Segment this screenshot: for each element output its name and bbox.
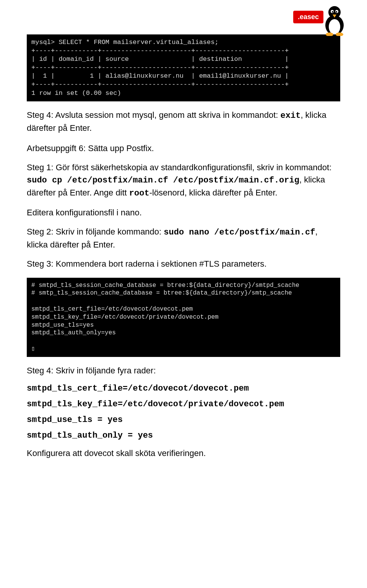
config-line-cert: smtpd_tls_cert_file=/etc/dovecot/dovecot… [27, 384, 340, 393]
terminal-line: 1 row in set (0.00 sec) [31, 90, 121, 97]
terminal-line: smtpd_tls_key_file=/etc/dovecot/private/… [31, 314, 219, 321]
arbetsuppgift-heading: Arbetsuppgift 6: Sätta upp Postfix. [27, 142, 340, 155]
config-line-authonly: smtpd_tls_auth_only = yes [27, 431, 340, 440]
terminal-line: # smtp_tls_session_cache_database = btre… [31, 290, 292, 296]
text: Steg 1: Gör först säkerhetskopia av stan… [27, 163, 331, 172]
terminal-line: +----+-----------+----------------------… [31, 64, 289, 71]
svg-point-1 [329, 19, 340, 34]
terminal-line: # smtpd_tls_session_cache_database = btr… [31, 282, 299, 289]
terminal-line: +----+-----------+----------------------… [31, 47, 289, 54]
step4-rows-paragraph: Steg 4: Skriv in följande fyra rader: [27, 365, 340, 377]
command-nano: sudo nano /etc/postfix/main.cf [164, 228, 315, 237]
text: Steg 2: Skriv in följande kommando: [27, 227, 164, 236]
config-line-usetls: smtpd_use_tls = yes [27, 415, 340, 425]
editera-paragraph: Editera konfigurationsfil i nano. [27, 207, 340, 219]
document-page: .easec mysql> SELECT * FROM mailserver.v… [0, 0, 367, 482]
step1-paragraph: Steg 1: Gör först säkerhetskopia av stan… [27, 161, 340, 200]
step3-paragraph: Steg 3: Kommendera bort raderna i sektio… [27, 258, 340, 270]
terminal-line: +----+-----------+----------------------… [31, 81, 289, 88]
command-root: root [129, 189, 149, 198]
terminal-line: smtpd_tls_auth_only=yes [31, 329, 116, 336]
text: Steg 4: Avsluta session mot mysql, genom… [27, 110, 281, 120]
terminal-line: | 1 | 1 | alias@linuxkurser.nu | email1@… [31, 72, 289, 80]
command-cp: sudo cp /etc/postfix/main.cf /etc/postfi… [27, 176, 299, 185]
command-exit: exit [281, 111, 301, 121]
terminal-line: smtpd_tls_cert_file=/etc/dovecot/dovecot… [31, 306, 193, 313]
penguin-icon [321, 4, 348, 36]
terminal-line: | id | domain_id | source | destination … [31, 55, 289, 63]
logo-area: .easec [293, 4, 348, 36]
svg-point-6 [336, 11, 337, 13]
terminal-line: smtpd_use_tls=yes [31, 322, 94, 329]
terminal-output-mysql: mysql> SELECT * FROM mailserver.virtual_… [27, 34, 340, 101]
terminal-line: mysql> SELECT * FROM mailserver.virtual_… [31, 39, 219, 46]
step2-paragraph: Steg 2: Skriv in följande kommando: sudo… [27, 226, 340, 251]
config-line-key: smtpd_tls_key_file=/etc/dovecot/private/… [27, 399, 340, 409]
terminal-line: ▯ [31, 345, 35, 352]
easec-badge: .easec [293, 11, 323, 23]
svg-point-5 [332, 11, 333, 13]
terminal-output-nano: # smtpd_tls_session_cache_database = btr… [27, 278, 340, 357]
konfigurera-paragraph: Konfigurera att dovecot skall sköta veri… [27, 447, 340, 459]
step4-exit-paragraph: Steg 4: Avsluta session mot mysql, genom… [27, 109, 340, 134]
text: -lösenord, klicka därefter på Enter. [149, 188, 278, 197]
